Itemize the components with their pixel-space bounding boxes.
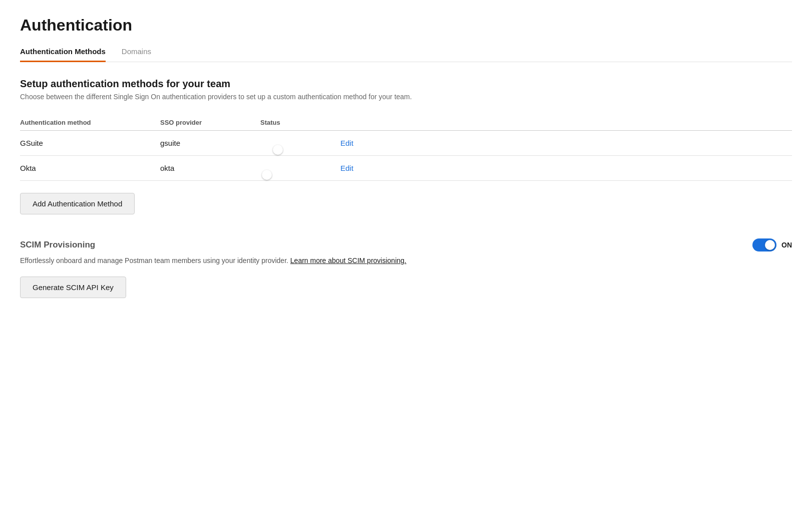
- generate-scim-api-key-button[interactable]: Generate SCIM API Key: [20, 277, 126, 298]
- section-description: Choose between the different Single Sign…: [20, 93, 792, 101]
- scim-header: SCIM Provisioning ON: [20, 238, 792, 251]
- okta-edit-link[interactable]: Edit: [340, 164, 353, 172]
- row-gsuite-method: GSuite: [20, 139, 160, 147]
- row-okta-method: Okta: [20, 164, 160, 172]
- tabs-container: Authentication Methods Domains: [20, 47, 792, 62]
- col-provider: SSO provider: [160, 119, 260, 126]
- col-method: Authentication method: [20, 119, 160, 126]
- scim-toggle[interactable]: [752, 238, 776, 251]
- scim-title: SCIM Provisioning: [20, 240, 95, 250]
- add-authentication-method-button[interactable]: Add Authentication Method: [20, 193, 135, 214]
- page-title: Authentication: [20, 16, 792, 35]
- tab-authentication-methods[interactable]: Authentication Methods: [20, 47, 106, 62]
- row-gsuite-provider: gsuite: [160, 139, 260, 147]
- scim-learn-more-link[interactable]: Learn more about SCIM provisioning.: [290, 257, 407, 265]
- scim-section: SCIM Provisioning ON Effortlessly onboar…: [20, 238, 792, 298]
- scim-on-label: ON: [781, 241, 792, 249]
- section-title: Setup authentication methods for your te…: [20, 78, 792, 90]
- table-row: GSuite gsuite Edit: [20, 131, 792, 156]
- table-header: Authentication method SSO provider Statu…: [20, 115, 792, 131]
- col-actions: [340, 119, 390, 126]
- row-okta-action: Edit: [340, 164, 390, 172]
- tab-domains[interactable]: Domains: [122, 47, 151, 62]
- row-okta-provider: okta: [160, 164, 260, 172]
- row-gsuite-action: Edit: [340, 139, 390, 147]
- scim-toggle-area: ON: [752, 238, 792, 251]
- scim-description: Effortlessly onboard and manage Postman …: [20, 257, 792, 265]
- table-row: Okta okta Edit: [20, 156, 792, 181]
- gsuite-edit-link[interactable]: Edit: [340, 139, 353, 147]
- col-status: Status: [260, 119, 340, 126]
